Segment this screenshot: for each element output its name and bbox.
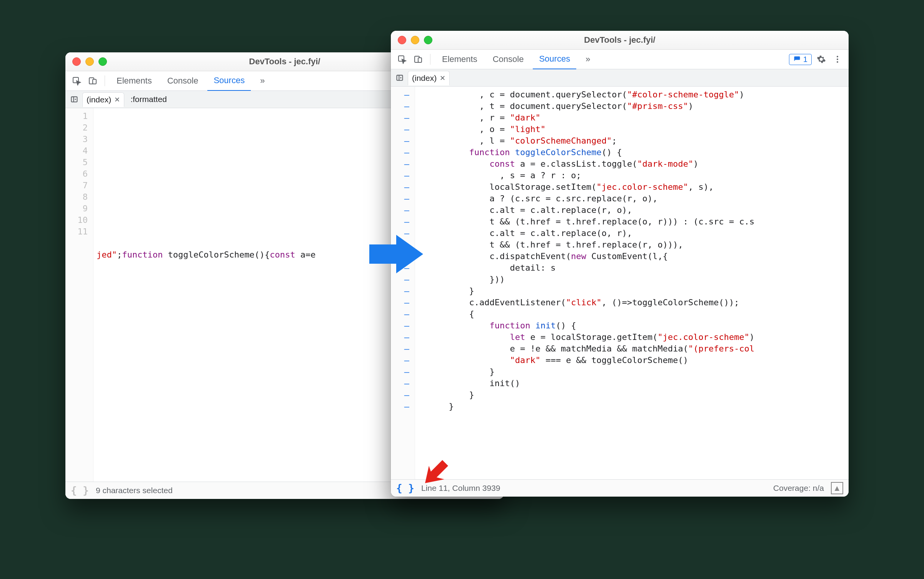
tab-elements[interactable]: Elements [110, 71, 158, 90]
filetab-index[interactable]: (index) ✕ [82, 92, 124, 107]
titlebar: DevTools - jec.fyi/ [391, 31, 849, 50]
pretty-print-icon[interactable]: { } [71, 485, 89, 496]
issues-count: 1 [803, 55, 807, 64]
tab-more[interactable]: » [579, 50, 596, 69]
main-toolbar: Elements Console Sources » 1 [391, 50, 849, 69]
svg-rect-2 [93, 79, 96, 84]
status-coverage: Coverage: n/a [773, 484, 824, 493]
status-selection: 9 characters selected [96, 486, 173, 495]
navigator-toggle-icon[interactable] [68, 93, 80, 106]
line-gutter: 12 34 56 78 910 11 [65, 108, 93, 482]
tab-console[interactable]: Console [161, 71, 205, 90]
menu-kebab-icon[interactable] [831, 53, 844, 66]
file-tab-bar: (index) ✕ [391, 69, 849, 87]
svg-rect-14 [397, 75, 403, 80]
inspect-element-icon[interactable] [70, 74, 83, 87]
tab-more[interactable]: » [254, 71, 271, 90]
filetab-label: (index) [87, 95, 111, 104]
filetab-label: :formatted [130, 95, 167, 104]
svg-point-12 [837, 59, 838, 60]
svg-rect-10 [418, 58, 422, 62]
settings-gear-icon[interactable] [815, 53, 828, 66]
window-title: DevTools - jec.fyi/ [391, 35, 849, 45]
line-gutter: –– –– –– –– –– –– –– –– –– –– –– –– –– –… [391, 87, 415, 479]
tab-console[interactable]: Console [487, 50, 530, 69]
status-cursor: Line 11, Column 3939 [421, 484, 500, 493]
collapse-panel-icon[interactable]: ▲ [831, 482, 843, 494]
status-bar: { } Line 11, Column 3939 Coverage: n/a ▲ [391, 479, 849, 497]
close-icon[interactable]: ✕ [440, 74, 445, 82]
issues-badge[interactable]: 1 [789, 54, 812, 65]
navigator-toggle-icon[interactable] [394, 71, 405, 84]
filetab-formatted[interactable]: :formatted [127, 92, 171, 106]
device-toolbar-icon[interactable] [412, 53, 425, 66]
device-toolbar-icon[interactable] [86, 74, 99, 87]
code-editor[interactable]: –– –– –– –– –– –– –– –– –– –– –– –– –– –… [391, 87, 849, 479]
pretty-print-icon[interactable]: { } [396, 482, 414, 494]
close-icon[interactable]: ✕ [114, 95, 120, 104]
tab-sources[interactable]: Sources [533, 49, 576, 70]
filetab-index[interactable]: (index) ✕ [408, 71, 450, 85]
tab-sources[interactable]: Sources [207, 71, 251, 91]
code-content[interactable]: , c = document.querySelector("#color-sch… [415, 87, 849, 479]
svg-rect-6 [72, 97, 77, 102]
devtools-right: DevTools - jec.fyi/ Elements Console Sou… [391, 31, 849, 497]
inspect-element-icon[interactable] [395, 53, 409, 66]
svg-point-13 [837, 61, 838, 63]
filetab-label: (index) [412, 74, 437, 83]
svg-point-11 [837, 56, 838, 57]
tab-elements[interactable]: Elements [436, 50, 484, 69]
